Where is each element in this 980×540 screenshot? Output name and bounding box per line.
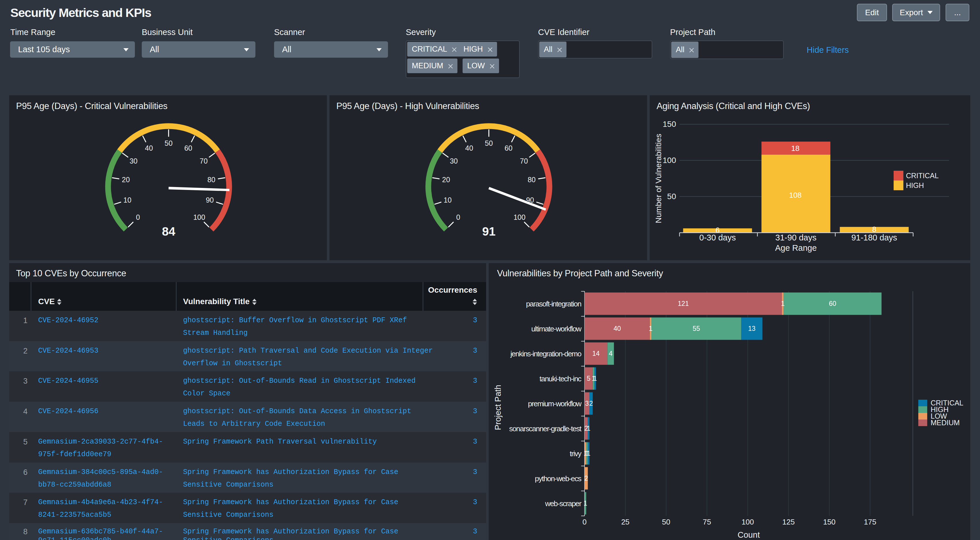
svg-text:125: 125	[782, 518, 795, 526]
svg-text:0: 0	[136, 213, 140, 221]
svg-text:0: 0	[582, 518, 587, 526]
svg-text:31-90 days: 31-90 days	[775, 233, 817, 242]
svg-text:100: 100	[513, 213, 525, 221]
svg-text:91-180 days: 91-180 days	[851, 233, 897, 242]
svg-text:84: 84	[162, 225, 175, 238]
svg-text:0: 0	[456, 213, 460, 221]
svg-text:0-30 days: 0-30 days	[699, 233, 736, 242]
svg-text:Count: Count	[738, 530, 760, 539]
svg-text:55: 55	[693, 325, 700, 332]
svg-text:91: 91	[482, 225, 496, 238]
svg-text:4: 4	[609, 350, 612, 357]
svg-text:10: 10	[444, 196, 452, 204]
svg-text:50: 50	[165, 139, 173, 147]
svg-text:Age Range: Age Range	[775, 243, 817, 253]
svg-text:25: 25	[621, 518, 630, 526]
svg-text:30: 30	[450, 157, 458, 165]
svg-text:1: 1	[781, 300, 784, 307]
svg-text:ultimate-workflow: ultimate-workflow	[531, 324, 581, 333]
svg-text:60: 60	[504, 144, 512, 152]
svg-text:Number of Vulnerabilities: Number of Vulnerabilities	[654, 134, 663, 223]
svg-text:jenkins-integration-demo: jenkins-integration-demo	[510, 349, 581, 358]
svg-text:CRITICAL: CRITICAL	[906, 172, 939, 179]
svg-text:20: 20	[122, 176, 130, 184]
svg-text:40: 40	[145, 144, 153, 152]
svg-text:70: 70	[200, 157, 208, 165]
svg-text:40: 40	[614, 325, 621, 332]
svg-text:50: 50	[485, 139, 493, 147]
svg-text:Project Path: Project Path	[493, 385, 503, 430]
svg-text:2: 2	[589, 400, 593, 407]
svg-text:108: 108	[789, 191, 802, 199]
svg-text:premium-workflow: premium-workflow	[528, 399, 582, 408]
svg-text:175: 175	[864, 518, 876, 526]
svg-text:13: 13	[748, 325, 756, 332]
svg-text:web-scraper: web-scraper	[545, 499, 582, 508]
svg-text:parasoft-integration: parasoft-integration	[526, 300, 581, 308]
svg-text:1: 1	[649, 325, 652, 332]
svg-text:60: 60	[829, 300, 837, 307]
svg-text:10: 10	[123, 196, 131, 204]
svg-text:1: 1	[587, 425, 590, 432]
svg-text:2: 2	[584, 475, 588, 482]
svg-text:80: 80	[528, 176, 536, 184]
svg-text:40: 40	[465, 144, 473, 152]
svg-text:trivy: trivy	[570, 449, 581, 458]
svg-text:90: 90	[206, 196, 214, 204]
svg-text:100: 100	[193, 213, 205, 221]
svg-text:5: 5	[587, 375, 590, 382]
svg-text:1: 1	[593, 375, 597, 382]
svg-text:121: 121	[678, 300, 689, 307]
svg-text:75: 75	[703, 518, 711, 526]
svg-text:50: 50	[662, 518, 670, 526]
svg-text:18: 18	[791, 144, 800, 152]
svg-text:100: 100	[741, 518, 754, 526]
svg-text:1: 1	[584, 500, 587, 507]
svg-text:sonarscanner-gradle-test: sonarscanner-gradle-test	[509, 424, 582, 433]
svg-text:20: 20	[442, 176, 450, 184]
svg-text:100: 100	[663, 156, 676, 165]
svg-text:70: 70	[520, 157, 528, 165]
svg-text:1: 1	[587, 449, 590, 457]
svg-text:MEDIUM: MEDIUM	[931, 419, 959, 427]
svg-text:80: 80	[207, 176, 215, 184]
svg-text:50: 50	[667, 192, 676, 201]
svg-text:python-web-ecs: python-web-ecs	[535, 474, 582, 483]
svg-text:tanuki-tech-inc: tanuki-tech-inc	[539, 375, 582, 383]
svg-text:60: 60	[184, 144, 192, 152]
svg-text:30: 30	[129, 157, 137, 165]
svg-text:HIGH: HIGH	[906, 181, 924, 189]
svg-text:150: 150	[823, 518, 835, 526]
svg-text:8: 8	[872, 225, 876, 233]
svg-text:14: 14	[592, 350, 600, 357]
svg-text:150: 150	[663, 120, 676, 129]
svg-text:3: 3	[585, 400, 589, 407]
